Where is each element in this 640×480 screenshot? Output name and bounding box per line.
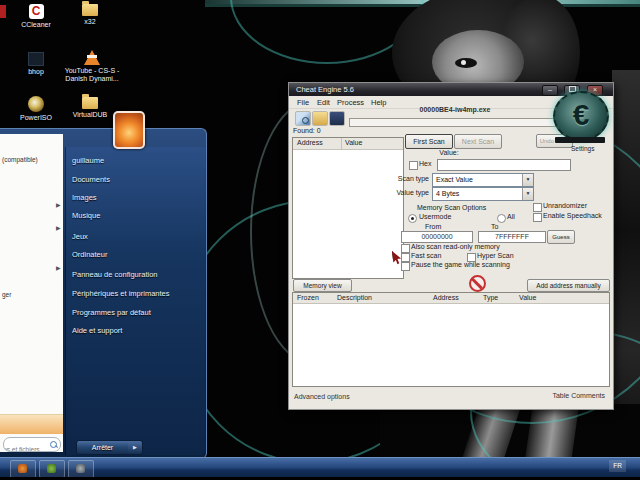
- start-menu-item-images[interactable]: Images: [72, 192, 197, 203]
- scan-progress-bar: [349, 118, 561, 127]
- start-menu-item-jeux[interactable]: Jeux: [72, 231, 197, 242]
- taskbar-button-3[interactable]: [68, 460, 94, 478]
- chevron-down-icon[interactable]: ▼: [522, 188, 533, 200]
- title-bar[interactable]: Cheat Engine 5.6 – ×: [289, 83, 613, 96]
- scan-results-list[interactable]: Address Value: [292, 137, 404, 279]
- window-title: Cheat Engine 5.6: [296, 85, 354, 94]
- next-scan-button[interactable]: Next Scan: [454, 134, 502, 149]
- hex-label: Hex: [419, 160, 431, 167]
- menu-file[interactable]: File: [297, 98, 309, 107]
- first-scan-button[interactable]: First Scan: [405, 134, 453, 149]
- no-entry-icon: [469, 275, 486, 292]
- desktop-icon-bhop[interactable]: bhop: [8, 52, 64, 76]
- usermode-label: Usermode: [419, 213, 451, 220]
- submenu-arrow-icon[interactable]: ▶: [56, 201, 61, 208]
- taskbar-app-icon: [76, 464, 85, 473]
- submenu-arrow-icon[interactable]: ▶: [56, 224, 61, 231]
- chevron-down-icon[interactable]: ▼: [522, 174, 533, 186]
- shutdown-options-arrow[interactable]: ▶: [128, 440, 143, 455]
- from-address-input[interactable]: 00000000: [401, 231, 473, 243]
- guess-button[interactable]: Guess: [547, 230, 575, 244]
- all-programs-highlighted-item[interactable]: [0, 414, 63, 434]
- usermode-radio[interactable]: [408, 214, 417, 223]
- wallpaper-eye-glint: [461, 60, 466, 65]
- save-button[interactable]: [329, 111, 345, 126]
- start-menu-item-programmes[interactable]: Programmes par défaut: [72, 307, 197, 318]
- disc-icon: [28, 96, 44, 112]
- settings-label[interactable]: Settings: [571, 145, 595, 152]
- pause-checkbox[interactable]: [401, 262, 410, 271]
- minimize-button[interactable]: –: [542, 85, 558, 96]
- start-menu-program-item[interactable]: (compatible): [2, 156, 38, 163]
- scan-type-dropdown[interactable]: Exact Value ▼: [432, 173, 534, 187]
- advanced-options-link[interactable]: Advanced options: [294, 393, 350, 400]
- desktop-icon-poweriso[interactable]: PowerISO: [8, 96, 64, 122]
- taskbar-button-1[interactable]: [10, 460, 36, 478]
- hex-checkbox[interactable]: [409, 161, 418, 170]
- language-indicator[interactable]: FR: [609, 460, 626, 472]
- vlc-cone-icon: [84, 50, 100, 65]
- open-file-button[interactable]: [312, 111, 328, 126]
- start-menu-item-ordinateur[interactable]: Ordinateur: [72, 249, 197, 260]
- column-header-value[interactable]: Value: [519, 294, 536, 301]
- menu-edit[interactable]: Edit: [317, 98, 330, 107]
- icon-label: YouTube - CS-S -: [64, 67, 120, 75]
- icon-label: VirtualDUB: [62, 111, 118, 119]
- value-type-dropdown[interactable]: 4 Bytes ▼: [432, 187, 534, 201]
- shutdown-button[interactable]: Arrêter: [76, 440, 129, 455]
- taskbar-button-2[interactable]: [39, 460, 65, 478]
- open-process-button[interactable]: [295, 111, 311, 126]
- column-header-address[interactable]: Address: [433, 294, 459, 301]
- icon-label: Danish Dynami...: [64, 75, 120, 83]
- column-header-address[interactable]: Address: [297, 139, 323, 146]
- icon-label: CCleaner: [8, 21, 64, 29]
- to-address-input[interactable]: 7FFFFFFF: [478, 231, 546, 243]
- start-menu-item-peripheriques[interactable]: Périphériques et imprimantes: [72, 288, 197, 299]
- wallpaper-figure-eye: [455, 58, 477, 68]
- readonly-checkbox[interactable]: [401, 244, 410, 253]
- pause-label: Pause the game while scanning: [411, 261, 510, 268]
- desktop-icon-youtube-vlc[interactable]: YouTube - CS-S - Danish Dynami...: [64, 50, 120, 83]
- unrandomizer-checkbox[interactable]: [533, 203, 542, 212]
- memory-view-button[interactable]: Memory view: [293, 279, 352, 292]
- address-table-header: Frozen Description Address Type Value: [293, 293, 609, 304]
- all-radio[interactable]: [497, 214, 506, 223]
- column-header-frozen[interactable]: Frozen: [297, 294, 319, 301]
- cheat-engine-logo: €: [553, 91, 609, 141]
- start-menu-program-item[interactable]: ger: [2, 291, 11, 298]
- folder-icon: [82, 97, 98, 109]
- submenu-arrow-icon[interactable]: ▶: [56, 264, 61, 271]
- to-label: To: [491, 223, 498, 230]
- scan-type-value: Exact Value: [436, 176, 473, 183]
- column-header-type[interactable]: Type: [483, 294, 498, 301]
- desktop-icon-x32[interactable]: x32: [62, 4, 118, 26]
- desktop-icon-ccleaner[interactable]: C CCleaner: [8, 4, 64, 29]
- fastscan-checkbox[interactable]: [401, 253, 410, 262]
- memory-scan-options-title: Memory Scan Options: [417, 204, 486, 211]
- start-menu-search-box[interactable]: Rechercher les programmes et fichiers: [3, 437, 61, 452]
- search-icon: [50, 441, 57, 448]
- start-menu-item-panneau[interactable]: Panneau de configuration: [72, 269, 197, 280]
- desktop-icon-virtualdub[interactable]: VirtualDUB: [62, 97, 118, 119]
- attached-process-name[interactable]: 00000BE4-iw4mp.exe: [349, 106, 561, 113]
- address-table[interactable]: Frozen Description Address Type Value: [292, 292, 610, 387]
- ccleaner-icon: C: [29, 4, 44, 19]
- start-menu-item-user[interactable]: guillaume: [72, 155, 197, 166]
- user-avatar[interactable]: [113, 111, 145, 149]
- start-menu-item-documents[interactable]: Documents: [72, 174, 197, 185]
- value-input[interactable]: [437, 159, 571, 171]
- add-address-manually-button[interactable]: Add address manually: [527, 279, 610, 292]
- start-menu-item-musique[interactable]: Musique: [72, 210, 197, 221]
- search-placeholder: Rechercher les programmes et fichiers: [3, 443, 40, 452]
- fastscan-label: Fast scan: [411, 252, 441, 259]
- icon-label: PowerISO: [8, 114, 64, 122]
- partial-desktop-icon[interactable]: [0, 5, 6, 18]
- start-menu-item-aide[interactable]: Aide et support: [72, 325, 197, 336]
- speedhack-checkbox[interactable]: [533, 213, 542, 222]
- hyperscan-label: Hyper Scan: [477, 252, 514, 259]
- scan-type-label: Scan type: [391, 175, 429, 182]
- column-header-value[interactable]: Value: [345, 139, 362, 146]
- column-header-description[interactable]: Description: [337, 294, 372, 301]
- taskbar-app-icon: [47, 464, 56, 473]
- table-extras-link[interactable]: Table Comments: [529, 392, 605, 399]
